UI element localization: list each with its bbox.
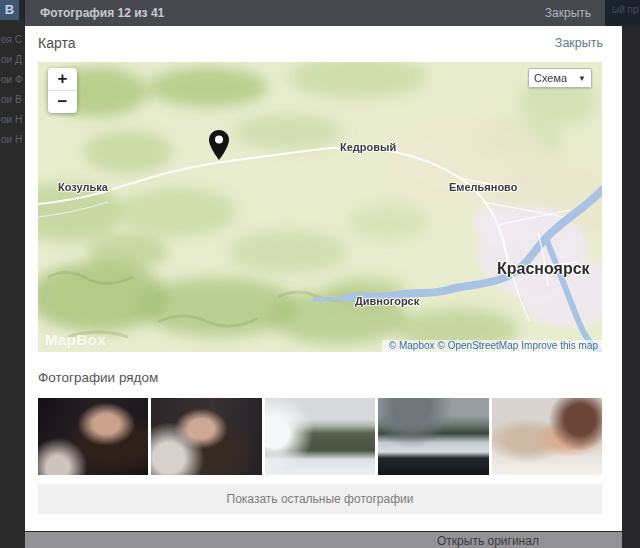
show-more-photos-button[interactable]: Показать остальные фотографии [38,484,602,514]
map-zoom-control: + − [48,68,77,113]
map-place-label: Козулька [58,181,108,193]
map-place-label: Емельяново [449,181,517,193]
photo-thumbnail[interactable] [38,398,148,475]
chevron-down-icon: ▼ [578,74,586,83]
zoom-in-button[interactable]: + [48,68,77,90]
viewer-close-link[interactable]: Закрыть [545,6,591,20]
map-attribution: © Mapbox© OpenStreetMapImprove this map [382,340,602,352]
sidebar-fragment: ои Д [1,50,25,70]
improve-map-link[interactable]: Improve this map [521,340,598,351]
header-fragment: ый пр [612,4,639,15]
photo-counter: Фотография 12 из 41 [40,6,164,20]
map-modal-close-link[interactable]: Закрыть [555,36,603,50]
map-city-label: Красноярск [497,260,590,278]
photo-thumbnail[interactable] [265,398,375,475]
open-original-link[interactable]: Открыть оригинал [437,534,539,548]
map-place-label: Кедровый [340,141,396,153]
dimmed-sidebar: оя С ои Д ои Ф ои В ои Н ои Н [1,30,25,150]
sidebar-fragment: ои В [1,90,25,110]
sidebar-fragment: ои Н [1,130,25,150]
map-modal-header: Карта Закрыть [38,35,603,51]
photo-viewer-topbar: Фотография 12 из 41 Закрыть [25,0,605,26]
map-canvas[interactable]: + − Схема ▼ Козулька Кедровый Емельяново… [38,62,602,352]
sidebar-fragment: ои Ф [1,70,25,90]
map-place-label: Дивногорск [355,295,419,307]
mapbox-attribution-link[interactable]: © Mapbox [389,340,435,351]
osm-attribution-link[interactable]: © OpenStreetMap [438,340,519,351]
photo-thumbnail[interactable] [378,398,488,475]
photo-thumbnail[interactable] [492,398,602,475]
map-modal: Карта Закрыть [25,26,622,531]
sidebar-fragment: ои Н [1,110,25,130]
map-terrain [38,62,602,352]
dimmed-background-right [622,26,640,548]
mapbox-watermark: MapBox [45,331,106,348]
nearby-photos-row [38,398,602,475]
dimmed-header-corner: ый пр [605,0,640,26]
nearby-photos-title: Фотографии рядом [38,370,158,385]
sidebar-fragment: оя С [1,30,25,50]
zoom-out-button[interactable]: − [48,90,77,113]
map-layer-select[interactable]: Схема ▼ [528,68,592,88]
map-layer-value: Схема [534,72,567,84]
vk-logo: В [0,0,19,20]
photo-viewer-footer: Открыть оригинал [25,532,622,548]
map-modal-title: Карта [38,35,75,51]
photo-thumbnail[interactable] [151,398,261,475]
map-pin-icon[interactable] [208,130,230,162]
